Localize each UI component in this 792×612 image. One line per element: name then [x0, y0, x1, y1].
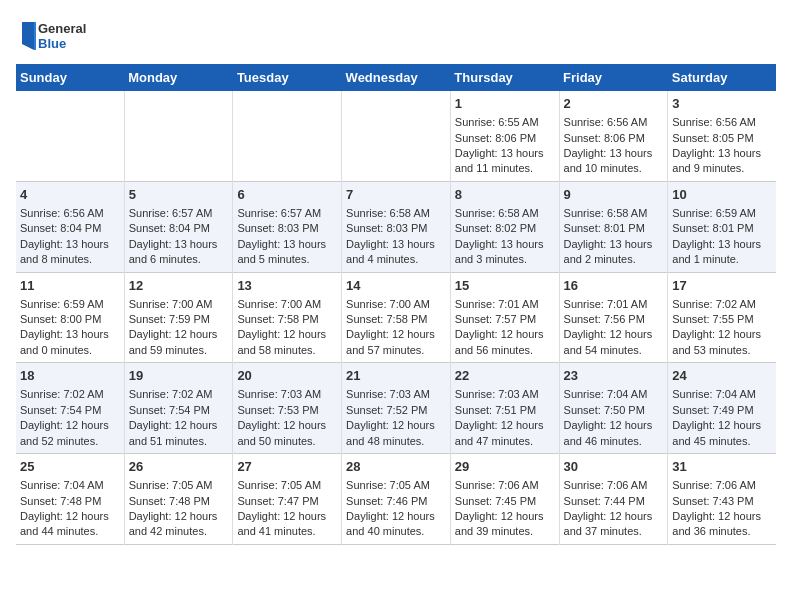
svg-marker-2	[22, 22, 34, 50]
day-info-line: Sunset: 8:00 PM	[20, 313, 101, 325]
day-info-line: Sunrise: 7:02 AM	[129, 388, 213, 400]
daylight-hours-label: Daylight: 12 hours	[672, 328, 761, 340]
day-number: 22	[455, 367, 555, 385]
day-info-line: and 59 minutes.	[129, 344, 207, 356]
day-number: 1	[455, 95, 555, 113]
svg-text:General: General	[38, 21, 86, 36]
calendar-cell: 17Sunrise: 7:02 AMSunset: 7:55 PMDayligh…	[668, 272, 776, 363]
calendar-week-row: 11Sunrise: 6:59 AMSunset: 8:00 PMDayligh…	[16, 272, 776, 363]
day-number: 27	[237, 458, 337, 476]
day-number: 8	[455, 186, 555, 204]
daylight-hours-label: Daylight: 13 hours	[564, 147, 653, 159]
day-info-line: Sunrise: 7:00 AM	[237, 298, 321, 310]
day-number: 24	[672, 367, 772, 385]
daylight-hours-label: Daylight: 13 hours	[564, 238, 653, 250]
day-info-line: Sunrise: 6:58 AM	[455, 207, 539, 219]
daylight-hours-label: Daylight: 13 hours	[20, 238, 109, 250]
calendar-cell	[124, 91, 233, 181]
day-info-line: Sunset: 7:59 PM	[129, 313, 210, 325]
daylight-hours-label: Daylight: 12 hours	[564, 510, 653, 522]
day-info-line: Sunset: 7:51 PM	[455, 404, 536, 416]
calendar-cell: 19Sunrise: 7:02 AMSunset: 7:54 PMDayligh…	[124, 363, 233, 454]
day-number: 5	[129, 186, 229, 204]
day-number: 16	[564, 277, 664, 295]
calendar-cell: 7Sunrise: 6:58 AMSunset: 8:03 PMDaylight…	[342, 181, 451, 272]
daylight-hours-label: Daylight: 13 hours	[455, 238, 544, 250]
page-header: General Blue	[16, 16, 776, 56]
day-info-line: Sunset: 7:50 PM	[564, 404, 645, 416]
day-number: 13	[237, 277, 337, 295]
day-info-line: Sunset: 7:44 PM	[564, 495, 645, 507]
calendar-cell: 18Sunrise: 7:02 AMSunset: 7:54 PMDayligh…	[16, 363, 124, 454]
calendar-cell: 22Sunrise: 7:03 AMSunset: 7:51 PMDayligh…	[450, 363, 559, 454]
daylight-hours-label: Daylight: 12 hours	[20, 510, 109, 522]
logo-svg: General Blue	[16, 16, 96, 56]
day-info-line: Sunrise: 6:57 AM	[237, 207, 321, 219]
day-info-line: Sunrise: 7:00 AM	[346, 298, 430, 310]
header-cell-thursday: Thursday	[450, 64, 559, 91]
day-info-line: and 8 minutes.	[20, 253, 92, 265]
day-info-line: and 45 minutes.	[672, 435, 750, 447]
daylight-hours-label: Daylight: 12 hours	[237, 419, 326, 431]
day-number: 28	[346, 458, 446, 476]
daylight-hours-label: Daylight: 12 hours	[346, 510, 435, 522]
calendar-cell: 5Sunrise: 6:57 AMSunset: 8:04 PMDaylight…	[124, 181, 233, 272]
daylight-hours-label: Daylight: 13 hours	[20, 328, 109, 340]
day-info-line: Sunset: 7:45 PM	[455, 495, 536, 507]
calendar-cell: 11Sunrise: 6:59 AMSunset: 8:00 PMDayligh…	[16, 272, 124, 363]
day-info-line: and 46 minutes.	[564, 435, 642, 447]
calendar-cell: 29Sunrise: 7:06 AMSunset: 7:45 PMDayligh…	[450, 454, 559, 545]
day-number: 2	[564, 95, 664, 113]
day-number: 20	[237, 367, 337, 385]
daylight-hours-label: Daylight: 12 hours	[129, 510, 218, 522]
day-info-line: and 37 minutes.	[564, 525, 642, 537]
calendar-cell	[16, 91, 124, 181]
day-number: 7	[346, 186, 446, 204]
day-info-line: Sunset: 7:53 PM	[237, 404, 318, 416]
daylight-hours-label: Daylight: 12 hours	[237, 510, 326, 522]
day-info-line: Sunset: 8:01 PM	[564, 222, 645, 234]
day-info-line: and 36 minutes.	[672, 525, 750, 537]
day-info-line: Sunrise: 6:58 AM	[346, 207, 430, 219]
day-info-line: Sunset: 7:48 PM	[20, 495, 101, 507]
day-number: 3	[672, 95, 772, 113]
daylight-hours-label: Daylight: 12 hours	[564, 328, 653, 340]
day-info-line: Sunset: 8:04 PM	[20, 222, 101, 234]
day-info-line: Sunrise: 6:59 AM	[20, 298, 104, 310]
day-info-line: Sunset: 8:05 PM	[672, 132, 753, 144]
daylight-hours-label: Daylight: 13 hours	[237, 238, 326, 250]
day-info-line: Sunrise: 6:56 AM	[564, 116, 648, 128]
header-row: SundayMondayTuesdayWednesdayThursdayFrid…	[16, 64, 776, 91]
day-info-line: Sunrise: 7:05 AM	[237, 479, 321, 491]
day-info-line: and 3 minutes.	[455, 253, 527, 265]
day-number: 10	[672, 186, 772, 204]
day-number: 23	[564, 367, 664, 385]
calendar-body: 1Sunrise: 6:55 AMSunset: 8:06 PMDaylight…	[16, 91, 776, 544]
svg-marker-3	[34, 22, 36, 50]
day-info-line: Sunset: 7:58 PM	[237, 313, 318, 325]
calendar-cell: 24Sunrise: 7:04 AMSunset: 7:49 PMDayligh…	[668, 363, 776, 454]
day-info-line: Sunset: 8:06 PM	[455, 132, 536, 144]
calendar-cell: 6Sunrise: 6:57 AMSunset: 8:03 PMDaylight…	[233, 181, 342, 272]
day-info-line: Sunrise: 7:00 AM	[129, 298, 213, 310]
day-info-line: Sunrise: 7:06 AM	[455, 479, 539, 491]
day-info-line: and 48 minutes.	[346, 435, 424, 447]
day-info-line: and 6 minutes.	[129, 253, 201, 265]
day-number: 21	[346, 367, 446, 385]
day-info-line: Sunset: 7:52 PM	[346, 404, 427, 416]
calendar-table: SundayMondayTuesdayWednesdayThursdayFrid…	[16, 64, 776, 545]
calendar-cell: 9Sunrise: 6:58 AMSunset: 8:01 PMDaylight…	[559, 181, 668, 272]
day-info-line: Sunrise: 7:01 AM	[564, 298, 648, 310]
day-info-line: Sunrise: 7:05 AM	[129, 479, 213, 491]
header-cell-saturday: Saturday	[668, 64, 776, 91]
daylight-hours-label: Daylight: 13 hours	[129, 238, 218, 250]
calendar-week-row: 1Sunrise: 6:55 AMSunset: 8:06 PMDaylight…	[16, 91, 776, 181]
calendar-cell: 14Sunrise: 7:00 AMSunset: 7:58 PMDayligh…	[342, 272, 451, 363]
day-info-line: Sunrise: 6:59 AM	[672, 207, 756, 219]
daylight-hours-label: Daylight: 13 hours	[346, 238, 435, 250]
daylight-hours-label: Daylight: 13 hours	[672, 147, 761, 159]
day-number: 19	[129, 367, 229, 385]
day-info-line: and 1 minute.	[672, 253, 739, 265]
day-number: 17	[672, 277, 772, 295]
day-number: 26	[129, 458, 229, 476]
